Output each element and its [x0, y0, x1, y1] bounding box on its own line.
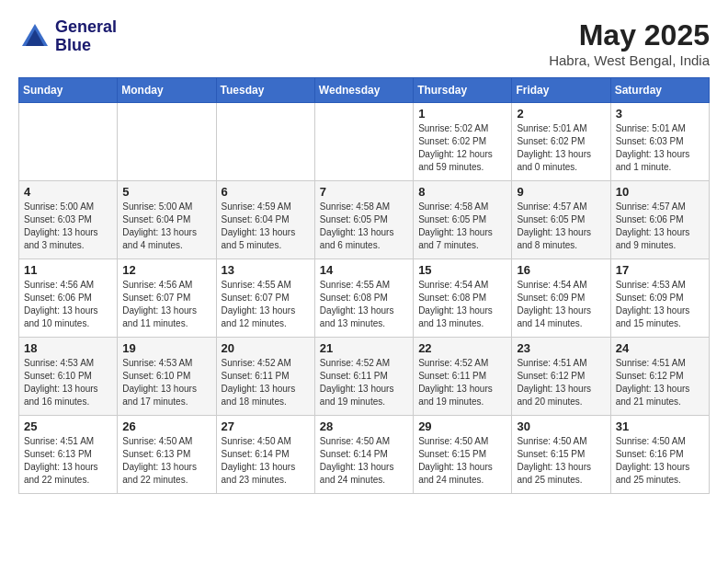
calendar-cell: 19Sunrise: 4:53 AM Sunset: 6:10 PM Dayli…: [118, 338, 216, 416]
calendar-body: 1Sunrise: 5:02 AM Sunset: 6:02 PM Daylig…: [19, 103, 710, 494]
weekday-header-sunday: Sunday: [19, 78, 118, 103]
calendar-cell: 24Sunrise: 4:51 AM Sunset: 6:12 PM Dayli…: [610, 338, 709, 416]
day-number: 31: [616, 419, 704, 433]
day-info: Sunrise: 4:52 AM Sunset: 6:11 PM Dayligh…: [418, 357, 506, 408]
calendar-cell: 20Sunrise: 4:52 AM Sunset: 6:11 PM Dayli…: [216, 338, 314, 416]
calendar-cell: 21Sunrise: 4:52 AM Sunset: 6:11 PM Dayli…: [314, 338, 413, 416]
weekday-header-monday: Monday: [118, 78, 216, 103]
day-info: Sunrise: 4:57 AM Sunset: 6:05 PM Dayligh…: [517, 201, 605, 252]
calendar-cell: 31Sunrise: 4:50 AM Sunset: 6:16 PM Dayli…: [610, 416, 709, 494]
day-number: 15: [418, 263, 506, 277]
day-info: Sunrise: 4:56 AM Sunset: 6:07 PM Dayligh…: [122, 279, 210, 330]
logo-icon: [18, 20, 51, 53]
calendar-cell: 5Sunrise: 5:00 AM Sunset: 6:04 PM Daylig…: [118, 181, 216, 259]
day-number: 27: [222, 419, 310, 433]
calendar-header: SundayMondayTuesdayWednesdayThursdayFrid…: [19, 78, 710, 103]
calendar-cell: 2Sunrise: 5:01 AM Sunset: 6:02 PM Daylig…: [512, 103, 610, 181]
calendar-cell: 17Sunrise: 4:53 AM Sunset: 6:09 PM Dayli…: [610, 259, 709, 338]
day-number: 3: [616, 107, 704, 121]
weekday-header-thursday: Thursday: [414, 78, 512, 103]
day-number: 18: [24, 341, 112, 355]
day-number: 16: [517, 263, 605, 277]
day-number: 17: [616, 263, 704, 277]
calendar-cell: 26Sunrise: 4:50 AM Sunset: 6:13 PM Dayli…: [118, 416, 216, 494]
day-number: 8: [418, 185, 506, 199]
day-number: 5: [122, 185, 210, 199]
day-number: 22: [418, 341, 506, 355]
weekday-header-row: SundayMondayTuesdayWednesdayThursdayFrid…: [19, 78, 710, 103]
logo: General Blue: [18, 18, 117, 55]
day-number: 26: [122, 419, 210, 433]
day-info: Sunrise: 5:01 AM Sunset: 6:02 PM Dayligh…: [517, 122, 605, 174]
day-info: Sunrise: 4:58 AM Sunset: 6:05 PM Dayligh…: [418, 201, 506, 252]
day-info: Sunrise: 4:53 AM Sunset: 6:10 PM Dayligh…: [122, 357, 210, 408]
weekday-header-saturday: Saturday: [610, 78, 709, 103]
calendar-cell: 11Sunrise: 4:56 AM Sunset: 6:06 PM Dayli…: [19, 259, 118, 338]
day-number: 23: [517, 341, 605, 355]
day-info: Sunrise: 5:01 AM Sunset: 6:03 PM Dayligh…: [616, 122, 704, 174]
calendar-week-row: 18Sunrise: 4:53 AM Sunset: 6:10 PM Dayli…: [19, 338, 710, 416]
day-info: Sunrise: 4:51 AM Sunset: 6:13 PM Dayligh…: [24, 435, 112, 487]
day-number: 29: [418, 419, 506, 433]
day-number: 14: [320, 263, 408, 277]
calendar-cell: 29Sunrise: 4:50 AM Sunset: 6:15 PM Dayli…: [414, 416, 512, 494]
calendar-cell: 25Sunrise: 4:51 AM Sunset: 6:13 PM Dayli…: [19, 416, 118, 494]
day-info: Sunrise: 4:50 AM Sunset: 6:13 PM Dayligh…: [122, 435, 210, 487]
weekday-header-friday: Friday: [512, 78, 610, 103]
day-info: Sunrise: 4:53 AM Sunset: 6:09 PM Dayligh…: [616, 279, 704, 330]
page-header: General Blue May 2025 Habra, West Bengal…: [18, 18, 710, 68]
day-info: Sunrise: 4:50 AM Sunset: 6:14 PM Dayligh…: [222, 435, 310, 487]
logo-text: General Blue: [55, 18, 117, 55]
day-number: 19: [122, 341, 210, 355]
month-title: May 2025: [549, 18, 710, 52]
day-number: 2: [517, 107, 605, 121]
calendar-cell: 10Sunrise: 4:57 AM Sunset: 6:06 PM Dayli…: [610, 181, 709, 259]
calendar-cell: 1Sunrise: 5:02 AM Sunset: 6:02 PM Daylig…: [414, 103, 512, 181]
calendar-cell: 27Sunrise: 4:50 AM Sunset: 6:14 PM Dayli…: [216, 416, 314, 494]
calendar-cell: 12Sunrise: 4:56 AM Sunset: 6:07 PM Dayli…: [118, 259, 216, 338]
day-number: 25: [24, 419, 112, 433]
weekday-header-wednesday: Wednesday: [314, 78, 413, 103]
calendar-cell: 14Sunrise: 4:55 AM Sunset: 6:08 PM Dayli…: [314, 259, 413, 338]
calendar-cell: 15Sunrise: 4:54 AM Sunset: 6:08 PM Dayli…: [414, 259, 512, 338]
calendar-cell: 30Sunrise: 4:50 AM Sunset: 6:15 PM Dayli…: [512, 416, 610, 494]
day-info: Sunrise: 4:52 AM Sunset: 6:11 PM Dayligh…: [320, 357, 408, 408]
day-number: 30: [517, 419, 605, 433]
calendar-week-row: 1Sunrise: 5:02 AM Sunset: 6:02 PM Daylig…: [19, 103, 710, 181]
calendar-cell: 13Sunrise: 4:55 AM Sunset: 6:07 PM Dayli…: [216, 259, 314, 338]
calendar-cell: 9Sunrise: 4:57 AM Sunset: 6:05 PM Daylig…: [512, 181, 610, 259]
calendar-cell: 18Sunrise: 4:53 AM Sunset: 6:10 PM Dayli…: [19, 338, 118, 416]
day-number: 28: [320, 419, 408, 433]
day-info: Sunrise: 4:50 AM Sunset: 6:14 PM Dayligh…: [320, 435, 408, 487]
day-number: 1: [418, 107, 506, 121]
day-info: Sunrise: 4:54 AM Sunset: 6:09 PM Dayligh…: [517, 279, 605, 330]
day-number: 4: [24, 185, 112, 199]
day-number: 11: [24, 263, 112, 277]
day-info: Sunrise: 4:51 AM Sunset: 6:12 PM Dayligh…: [517, 357, 605, 408]
day-number: 6: [222, 185, 310, 199]
day-info: Sunrise: 4:53 AM Sunset: 6:10 PM Dayligh…: [24, 357, 112, 408]
day-info: Sunrise: 4:51 AM Sunset: 6:12 PM Dayligh…: [616, 357, 704, 408]
day-info: Sunrise: 4:59 AM Sunset: 6:04 PM Dayligh…: [222, 201, 310, 252]
calendar-cell: 22Sunrise: 4:52 AM Sunset: 6:11 PM Dayli…: [414, 338, 512, 416]
day-info: Sunrise: 4:55 AM Sunset: 6:07 PM Dayligh…: [222, 279, 310, 330]
day-number: 20: [222, 341, 310, 355]
day-info: Sunrise: 4:55 AM Sunset: 6:08 PM Dayligh…: [320, 279, 408, 330]
calendar-cell: 7Sunrise: 4:58 AM Sunset: 6:05 PM Daylig…: [314, 181, 413, 259]
day-number: 7: [320, 185, 408, 199]
day-info: Sunrise: 4:52 AM Sunset: 6:11 PM Dayligh…: [222, 357, 310, 408]
day-info: Sunrise: 5:00 AM Sunset: 6:04 PM Dayligh…: [122, 201, 210, 252]
calendar-cell: 16Sunrise: 4:54 AM Sunset: 6:09 PM Dayli…: [512, 259, 610, 338]
logo-line2: Blue: [55, 37, 117, 55]
calendar-cell: [118, 103, 216, 181]
day-number: 12: [122, 263, 210, 277]
day-info: Sunrise: 4:50 AM Sunset: 6:15 PM Dayligh…: [418, 435, 506, 487]
calendar-cell: [216, 103, 314, 181]
calendar-cell: 3Sunrise: 5:01 AM Sunset: 6:03 PM Daylig…: [610, 103, 709, 181]
calendar-table: SundayMondayTuesdayWednesdayThursdayFrid…: [18, 77, 710, 494]
title-block: May 2025 Habra, West Bengal, India: [549, 18, 710, 68]
day-info: Sunrise: 4:50 AM Sunset: 6:16 PM Dayligh…: [616, 435, 704, 487]
day-number: 10: [616, 185, 704, 199]
calendar-week-row: 25Sunrise: 4:51 AM Sunset: 6:13 PM Dayli…: [19, 416, 710, 494]
day-info: Sunrise: 4:58 AM Sunset: 6:05 PM Dayligh…: [320, 201, 408, 252]
